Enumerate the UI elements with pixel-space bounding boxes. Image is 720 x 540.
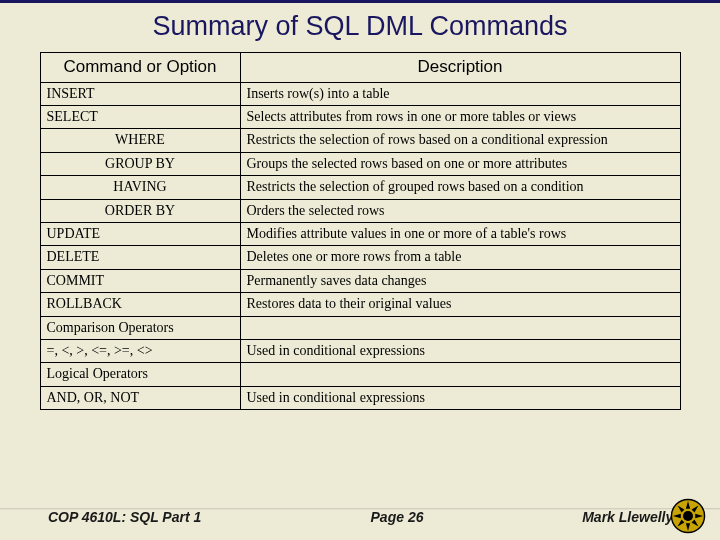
desc-cell: Restricts the selection of grouped rows … xyxy=(240,176,680,199)
table-row: AND, OR, NOTUsed in conditional expressi… xyxy=(40,386,680,409)
desc-cell xyxy=(240,316,680,339)
cmd-cell: DELETE xyxy=(40,246,240,269)
cmd-cell: WHERE xyxy=(40,129,240,152)
desc-cell: Permanently saves data changes xyxy=(240,269,680,292)
table-row: Logical Operators xyxy=(40,363,680,386)
cmd-cell: Logical Operators xyxy=(40,363,240,386)
cmd-cell: Comparison Operators xyxy=(40,316,240,339)
desc-cell xyxy=(240,363,680,386)
cmd-cell: AND, OR, NOT xyxy=(40,386,240,409)
footer: COP 4610L: SQL Part 1 Page 26 Mark Llewe… xyxy=(0,494,720,540)
cmd-cell: =, <, >, <=, >=, <> xyxy=(40,339,240,362)
table-row: ROLLBACKRestores data to their original … xyxy=(40,293,680,316)
desc-cell: Deletes one or more rows from a table xyxy=(240,246,680,269)
desc-cell: Orders the selected rows xyxy=(240,199,680,222)
table-row: INSERTInserts row(s) into a table xyxy=(40,82,680,105)
desc-cell: Used in conditional expressions xyxy=(240,386,680,409)
table-row: HAVINGRestricts the selection of grouped… xyxy=(40,176,680,199)
table-row: ORDER BYOrders the selected rows xyxy=(40,199,680,222)
header-command: Command or Option xyxy=(40,53,240,83)
table-header-row: Command or Option Description xyxy=(40,53,680,83)
cmd-cell: SELECT xyxy=(40,106,240,129)
table-row: =, <, >, <=, >=, <>Used in conditional e… xyxy=(40,339,680,362)
desc-cell: Used in conditional expressions xyxy=(240,339,680,362)
cmd-cell: ROLLBACK xyxy=(40,293,240,316)
desc-cell: Restricts the selection of rows based on… xyxy=(240,129,680,152)
table-row: SELECTSelects attributes from rows in on… xyxy=(40,106,680,129)
desc-cell: Selects attributes from rows in one or m… xyxy=(240,106,680,129)
desc-cell: Restores data to their original values xyxy=(240,293,680,316)
table-row: UPDATEModifies attribute values in one o… xyxy=(40,223,680,246)
desc-cell: Inserts row(s) into a table xyxy=(240,82,680,105)
desc-cell: Modifies attribute values in one or more… xyxy=(240,223,680,246)
slide: Summary of SQL DML Commands Command or O… xyxy=(0,0,720,540)
cmd-cell: INSERT xyxy=(40,82,240,105)
footer-page: Page 26 xyxy=(278,509,516,525)
page-title: Summary of SQL DML Commands xyxy=(0,11,720,42)
table-row: DELETEDeletes one or more rows from a ta… xyxy=(40,246,680,269)
desc-cell: Groups the selected rows based on one or… xyxy=(240,152,680,175)
footer-copyright: Mark Llewellyn © xyxy=(516,509,696,525)
cmd-cell: COMMIT xyxy=(40,269,240,292)
table-row: GROUP BYGroups the selected rows based o… xyxy=(40,152,680,175)
table-row: Comparison Operators xyxy=(40,316,680,339)
cmd-cell: GROUP BY xyxy=(40,152,240,175)
header-description: Description xyxy=(240,53,680,83)
table-row: WHERERestricts the selection of rows bas… xyxy=(40,129,680,152)
table-row: COMMITPermanently saves data changes xyxy=(40,269,680,292)
commands-table: Command or Option Description INSERTInse… xyxy=(40,52,681,410)
cmd-cell: UPDATE xyxy=(40,223,240,246)
ucf-logo-icon xyxy=(670,498,706,534)
svg-point-1 xyxy=(683,511,693,521)
footer-course: COP 4610L: SQL Part 1 xyxy=(48,509,278,525)
cmd-cell: ORDER BY xyxy=(40,199,240,222)
cmd-cell: HAVING xyxy=(40,176,240,199)
